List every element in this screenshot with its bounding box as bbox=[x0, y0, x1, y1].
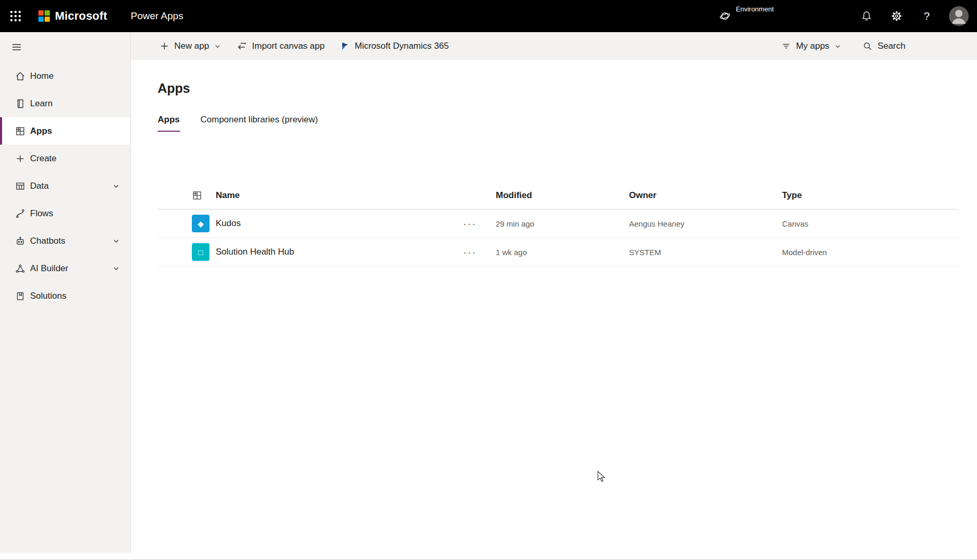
main-panel: Apps Apps Component libraries (preview) bbox=[131, 60, 977, 559]
plus-icon bbox=[160, 41, 169, 51]
column-header-owner[interactable]: Owner bbox=[629, 190, 782, 201]
sidebar-item-chatbots[interactable]: Chatbots bbox=[0, 227, 130, 255]
search-icon bbox=[863, 41, 872, 51]
table-row[interactable]: □ Solution Health Hub ··· 1 wk ago SYSTE… bbox=[158, 238, 958, 267]
dynamics-365-icon bbox=[340, 41, 350, 51]
command-bar-right: My apps Search bbox=[779, 38, 908, 54]
row-more-commands-button[interactable]: ··· bbox=[459, 216, 481, 231]
sidebar-item-solutions[interactable]: Solutions bbox=[0, 282, 130, 310]
sidebar-item-label: Home bbox=[30, 71, 53, 81]
tab-bar: Apps Component libraries (preview) bbox=[158, 115, 958, 132]
new-app-label: New app bbox=[174, 41, 209, 51]
flow-icon bbox=[15, 208, 25, 219]
table-row[interactable]: ◆ Kudos ··· 29 min ago Aengus Heaney Can… bbox=[158, 209, 958, 238]
sidebar-item-learn[interactable]: Learn bbox=[0, 90, 130, 117]
top-app-bar: Microsoft Power Apps Environment bbox=[0, 0, 977, 32]
question-mark-icon: ? bbox=[924, 10, 930, 22]
app-icon-glyph: □ bbox=[198, 248, 203, 256]
tab-label: Apps bbox=[158, 115, 180, 124]
gear-icon bbox=[891, 10, 902, 22]
sidebar-item-label: Learn bbox=[30, 99, 52, 109]
microsoft-brand[interactable]: Microsoft bbox=[38, 9, 131, 23]
apps-table: Name Modified Owner Type ◆ bbox=[158, 182, 958, 267]
sidebar-item-data[interactable]: Data bbox=[0, 172, 130, 200]
app-tile: □ bbox=[192, 243, 211, 261]
sidebar-item-label: Chatbots bbox=[30, 236, 65, 246]
model-driven-app-icon: □ bbox=[192, 243, 210, 261]
sidebar-item-create[interactable]: Create bbox=[0, 145, 130, 172]
notifications-button[interactable] bbox=[852, 0, 882, 32]
tab-apps[interactable]: Apps bbox=[158, 115, 180, 132]
microsoft-wordmark: Microsoft bbox=[55, 9, 107, 23]
app-type: Canvas bbox=[782, 219, 958, 228]
plus-icon bbox=[15, 153, 25, 164]
import-canvas-app-button[interactable]: Import canvas app bbox=[234, 38, 327, 54]
network-icon bbox=[15, 263, 25, 274]
app-modified: 1 wk ago bbox=[496, 248, 629, 257]
app-tile: ◆ bbox=[192, 215, 211, 232]
microsoft-logo-icon bbox=[38, 10, 50, 22]
home-icon bbox=[15, 71, 25, 81]
sidebar-item-label: Flows bbox=[30, 208, 53, 219]
import-arrow-icon bbox=[236, 41, 247, 51]
app-owner: SYSTEM bbox=[629, 248, 782, 257]
table-grid-icon bbox=[192, 190, 211, 201]
sidebar-item-label: Create bbox=[30, 153, 57, 164]
sidebar-item-label: Apps bbox=[30, 126, 52, 136]
left-navigation: Home Learn Apps bbox=[0, 32, 131, 553]
sidebar-item-label: Solutions bbox=[30, 291, 66, 301]
microsoft-dynamics-365-button[interactable]: Microsoft Dynamics 365 bbox=[338, 38, 451, 54]
settings-button[interactable] bbox=[882, 0, 912, 32]
tab-label: Component libraries (preview) bbox=[201, 115, 318, 124]
environment-picker[interactable]: Environment bbox=[719, 0, 774, 32]
tab-component-libraries[interactable]: Component libraries (preview) bbox=[201, 115, 318, 132]
dynamics-365-label: Microsoft Dynamics 365 bbox=[355, 41, 449, 51]
column-header-type[interactable]: Type bbox=[782, 190, 958, 201]
sidebar-item-apps[interactable]: Apps bbox=[0, 117, 130, 145]
chevron-down-icon bbox=[113, 265, 120, 272]
app-launcher-button[interactable] bbox=[0, 0, 31, 32]
app-shell: Home Learn Apps bbox=[0, 32, 977, 559]
app-name[interactable]: Solution Health Hub bbox=[211, 247, 444, 257]
mouse-cursor bbox=[597, 471, 607, 483]
book-icon bbox=[15, 99, 25, 109]
command-bar: New app Import canvas app bbox=[131, 32, 977, 60]
column-header-name[interactable]: Name bbox=[211, 190, 444, 201]
chevron-down-icon bbox=[113, 237, 120, 245]
row-more-commands-button[interactable]: ··· bbox=[459, 245, 481, 259]
search-button[interactable]: Search bbox=[861, 38, 908, 54]
table-icon bbox=[15, 181, 25, 191]
collapse-nav-button[interactable] bbox=[0, 32, 130, 62]
sidebar-item-ai-builder[interactable]: AI Builder bbox=[0, 255, 130, 282]
canvas-app-icon: ◆ bbox=[192, 215, 210, 232]
content-region: New app Import canvas app bbox=[131, 32, 977, 559]
app-owner: Aengus Heaney bbox=[629, 219, 782, 228]
hamburger-icon bbox=[11, 42, 22, 52]
app-modified: 29 min ago bbox=[496, 219, 629, 228]
app-icon-glyph: ◆ bbox=[198, 220, 204, 228]
apps-grid-icon bbox=[15, 126, 25, 136]
sidebar-item-label: Data bbox=[30, 181, 49, 191]
app-name[interactable]: Kudos bbox=[211, 218, 444, 229]
chevron-down-icon bbox=[834, 43, 841, 50]
environment-label: Environment bbox=[736, 5, 774, 13]
column-header-modified[interactable]: Modified bbox=[496, 190, 629, 201]
sidebar-item-home[interactable]: Home bbox=[0, 62, 130, 90]
chevron-down-icon bbox=[113, 183, 120, 190]
account-avatar[interactable] bbox=[949, 6, 969, 26]
solutions-icon bbox=[15, 291, 25, 301]
person-icon bbox=[949, 6, 969, 26]
sidebar-item-label: AI Builder bbox=[30, 263, 68, 274]
bot-icon bbox=[15, 236, 25, 246]
new-app-button[interactable]: New app bbox=[158, 38, 223, 54]
my-apps-filter-button[interactable]: My apps bbox=[779, 38, 843, 54]
environment-icon bbox=[719, 10, 731, 22]
my-apps-label: My apps bbox=[796, 41, 829, 51]
waffle-icon bbox=[10, 10, 21, 22]
sidebar-item-flows[interactable]: Flows bbox=[0, 200, 130, 227]
search-label: Search bbox=[877, 41, 905, 51]
product-name: Power Apps bbox=[131, 10, 183, 22]
table-header-row: Name Modified Owner Type bbox=[158, 182, 958, 209]
help-button[interactable]: ? bbox=[912, 0, 942, 32]
app-type: Model-driven bbox=[782, 248, 958, 257]
